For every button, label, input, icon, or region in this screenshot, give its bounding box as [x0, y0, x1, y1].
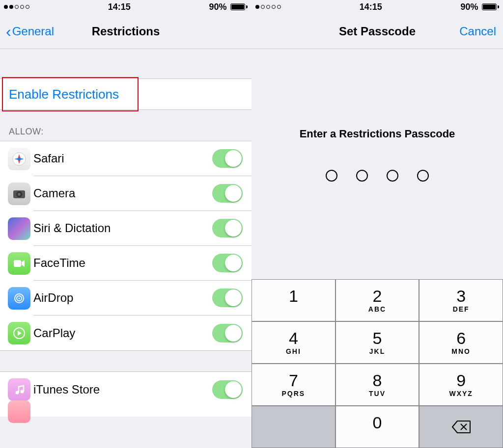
keypad-letters: MNO: [451, 347, 471, 355]
camera-icon: [8, 183, 30, 205]
keypad-letters: ABC: [368, 305, 386, 313]
keypad-key-4[interactable]: 4GHI: [252, 321, 335, 364]
allow-header: ALLOW:: [0, 110, 252, 141]
allow-toggle[interactable]: [212, 219, 243, 237]
battery-icon: [228, 3, 248, 10]
allow-row-label: CarPlay: [33, 326, 212, 340]
nav-bar: Set Passcode Cancel: [252, 14, 503, 49]
allow-row: iTunes Store: [0, 372, 252, 407]
keypad-digit: 3: [456, 288, 466, 304]
keypad-letters: PQRS: [281, 390, 305, 397]
keypad-digit: 0: [373, 414, 382, 431]
keypad-digit: 8: [373, 372, 382, 389]
keypad-digit: 9: [456, 372, 466, 389]
keypad-key-2[interactable]: 2ABC: [335, 279, 419, 321]
passcode-dot: [356, 170, 368, 182]
enable-restrictions-label: Enable Restrictions: [9, 87, 119, 102]
allow-row: Camera: [0, 176, 252, 211]
keypad-digit: 5: [373, 330, 382, 346]
keypad-key-5[interactable]: 5JKL: [335, 321, 419, 364]
allow-row: AirDrop: [0, 281, 252, 316]
keypad-digit: 2: [373, 288, 382, 304]
allow-row-label: Siri & Dictation: [33, 221, 212, 235]
allow-row-label: AirDrop: [33, 291, 212, 305]
keypad-letters: DEF: [453, 305, 470, 313]
allow-row-label: FaceTime: [33, 256, 212, 270]
back-button[interactable]: ‹ General: [6, 24, 54, 39]
allow-toggle[interactable]: [212, 380, 243, 399]
svg-point-5: [18, 193, 21, 196]
keypad-blank: [252, 406, 335, 448]
svg-point-10: [19, 297, 20, 299]
music-icon: [8, 400, 30, 423]
passcode-dot: [387, 170, 398, 182]
chevron-left-icon: ‹: [6, 24, 11, 39]
allow-row: FaceTime: [0, 246, 252, 281]
enable-restrictions-button[interactable]: Enable Restrictions: [0, 79, 252, 109]
allow-list-2: iTunes Store: [0, 371, 252, 407]
signal-dots-icon: [4, 5, 29, 9]
signal-dots-icon: [255, 5, 281, 9]
passcode-dots: [252, 170, 503, 182]
status-bar: 14:15 90%: [0, 0, 252, 14]
siri-icon: [8, 217, 30, 240]
keypad-key-3[interactable]: 3DEF: [419, 279, 503, 321]
status-time: 14:15: [360, 2, 382, 12]
passcode-dot: [417, 170, 429, 182]
allow-row: Siri & Dictation: [0, 211, 252, 246]
keypad-digit: 4: [289, 330, 298, 346]
status-bar: 14:15 90%: [252, 0, 503, 14]
keypad-delete-button[interactable]: [419, 406, 503, 448]
itunes-icon: [8, 378, 30, 401]
keypad-key-8[interactable]: 8TUV: [335, 364, 419, 406]
keypad-letters: WXYZ: [449, 390, 473, 397]
allow-toggle[interactable]: [212, 254, 243, 272]
safari-icon: [8, 148, 30, 170]
allow-row: CarPlay: [0, 316, 252, 350]
keypad-letters: TUV: [369, 390, 386, 397]
status-time: 14:15: [108, 2, 131, 12]
svg-marker-12: [18, 331, 22, 336]
cancel-button[interactable]: Cancel: [459, 25, 496, 38]
numeric-keypad: 1 2ABC3DEF4GHI5JKL6MNO7PQRS8TUV9WXYZ0: [252, 279, 503, 448]
allow-row-label: Camera: [33, 186, 212, 200]
allow-list: SafariCameraSiri & DictationFaceTimeAirD…: [0, 141, 252, 351]
keypad-letters: GHI: [286, 347, 301, 355]
keypad-key-6[interactable]: 6MNO: [419, 321, 503, 364]
allow-list-2-peek: [0, 407, 252, 417]
keypad-digit: 7: [289, 372, 298, 389]
allow-toggle[interactable]: [212, 289, 243, 307]
svg-rect-6: [14, 260, 21, 267]
keypad-letters: JKL: [369, 347, 385, 355]
allow-row-label: iTunes Store: [33, 383, 212, 396]
svg-marker-7: [22, 260, 25, 267]
carplay-icon: [8, 322, 30, 344]
airdrop-icon: [8, 287, 30, 310]
back-label: General: [12, 25, 54, 38]
keypad-digit: 1: [289, 288, 298, 304]
battery-icon: [480, 3, 499, 10]
restrictions-screen: 14:15 90% ‹ General Restrictions Enable …: [0, 0, 252, 448]
keypad-digit: 6: [456, 330, 466, 346]
keypad-key-0[interactable]: 0: [335, 406, 419, 448]
battery-percent: 90%: [209, 2, 226, 12]
set-passcode-screen: 14:15 90% Set Passcode Cancel Enter a Re…: [252, 0, 503, 448]
ft-icon: [8, 252, 30, 275]
passcode-prompt: Enter a Restrictions Passcode: [252, 128, 503, 140]
nav-bar: ‹ General Restrictions: [0, 14, 252, 49]
passcode-dot: [326, 170, 337, 182]
allow-row: Safari: [0, 141, 252, 176]
keypad-key-7[interactable]: 7PQRS: [252, 364, 335, 406]
allow-row-label: Safari: [33, 152, 212, 165]
allow-toggle[interactable]: [212, 149, 243, 168]
allow-toggle[interactable]: [212, 324, 243, 343]
keypad-key-9[interactable]: 9WXYZ: [419, 364, 503, 406]
backspace-icon: [451, 420, 471, 434]
keypad-key-1[interactable]: 1: [252, 279, 335, 321]
battery-percent: 90%: [460, 2, 478, 12]
allow-toggle[interactable]: [212, 184, 243, 203]
